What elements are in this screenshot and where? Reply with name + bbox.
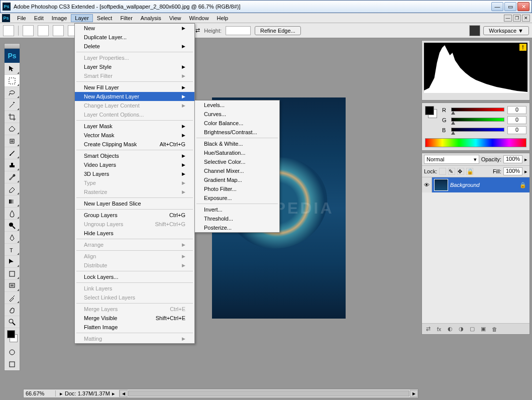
visibility-icon[interactable]: 👁: [422, 177, 432, 192]
menu-item-gradient-map[interactable]: Gradient Map...: [195, 175, 279, 184]
type-tool[interactable]: T: [5, 244, 20, 256]
delete-layer-icon[interactable]: 🗑: [490, 325, 498, 333]
menu-layer[interactable]: Layer: [71, 14, 93, 22]
stamp-tool[interactable]: [5, 159, 20, 171]
quick-mask-button[interactable]: [5, 346, 20, 358]
history-brush-tool[interactable]: [5, 171, 20, 183]
blend-mode-select[interactable]: Normal▾: [424, 155, 479, 164]
color-swatches[interactable]: [5, 328, 20, 346]
layer-row[interactable]: 👁 Background 🔒: [422, 177, 529, 192]
fg-swatch[interactable]: [425, 106, 434, 115]
menu-item-vector-mask[interactable]: Vector Mask▶: [75, 131, 194, 140]
swap-icon[interactable]: ⇄: [195, 27, 200, 34]
opacity-flyout[interactable]: ▸: [524, 156, 527, 163]
height-input[interactable]: [226, 26, 251, 35]
menu-item-lock-layers[interactable]: Lock Layers...: [75, 272, 194, 281]
menu-item-layer-style[interactable]: Layer Style▶: [75, 62, 194, 71]
channel-value[interactable]: 0: [507, 106, 526, 114]
channel-value[interactable]: 0: [507, 116, 526, 124]
menu-item-layer-mask[interactable]: Layer Mask▶: [75, 122, 194, 131]
menu-filter[interactable]: Filter: [116, 14, 136, 22]
layer-mask-icon[interactable]: ◐: [446, 325, 454, 333]
selection-add-icon[interactable]: [38, 25, 49, 36]
notes-tool[interactable]: [5, 280, 20, 292]
layer-style-icon[interactable]: fx: [435, 325, 443, 333]
pen-tool[interactable]: [5, 232, 20, 244]
menu-analysis[interactable]: Analysis: [137, 14, 165, 22]
menu-item-new-fill-layer[interactable]: New Fill Layer▶: [75, 83, 194, 92]
lock-transparency-icon[interactable]: [439, 168, 446, 175]
selection-new-icon[interactable]: [23, 25, 34, 36]
menu-item-threshold[interactable]: Threshold...: [195, 214, 279, 223]
menu-file[interactable]: File: [13, 14, 30, 22]
bridge-icon[interactable]: [469, 25, 480, 36]
menu-item-new-adjustment-layer[interactable]: New Adjustment Layer▶: [75, 92, 194, 101]
menu-select[interactable]: Select: [93, 14, 117, 22]
menu-image[interactable]: Image: [48, 14, 71, 22]
healing-tool[interactable]: [5, 135, 20, 147]
menu-item-black-white[interactable]: Black & White...: [195, 139, 279, 148]
lock-all-icon[interactable]: 🔒: [466, 168, 473, 175]
menu-item-curves[interactable]: Curves...: [195, 110, 279, 119]
gradient-tool[interactable]: [5, 195, 20, 208]
scroll-thumb[interactable]: [128, 390, 409, 396]
brush-tool[interactable]: [5, 147, 20, 159]
menu-item-3d-layers[interactable]: 3D Layers▶: [75, 169, 194, 178]
dodge-tool[interactable]: [5, 220, 20, 232]
lock-image-icon[interactable]: ✎: [448, 168, 455, 175]
channel-slider[interactable]: [451, 128, 504, 133]
scroll-left-button[interactable]: ◀: [120, 390, 128, 397]
menu-item-channel-mixer[interactable]: Channel Mixer...: [195, 166, 279, 175]
eyedropper-tool[interactable]: [5, 292, 20, 304]
channel-slider[interactable]: [451, 118, 504, 123]
opacity-input[interactable]: 100%: [503, 155, 522, 163]
menu-item-hide-layers[interactable]: Hide Layers: [75, 229, 194, 238]
menu-item-exposure[interactable]: Exposure...: [195, 193, 279, 203]
channel-value[interactable]: 0: [507, 126, 526, 134]
menu-window[interactable]: Window: [185, 14, 212, 22]
doc-restore-button[interactable]: ❐: [513, 15, 521, 22]
menu-item-selective-color[interactable]: Selective Color...: [195, 157, 279, 166]
adjustment-layer-icon[interactable]: ◑: [457, 325, 465, 333]
color-spectrum[interactable]: [425, 138, 526, 147]
menu-item-levels[interactable]: Levels...: [195, 101, 279, 110]
menu-item-smart-objects[interactable]: Smart Objects▶: [75, 151, 194, 160]
new-group-icon[interactable]: ▢: [468, 325, 476, 333]
hand-tool[interactable]: [5, 304, 20, 316]
menu-item-create-clipping-mask[interactable]: Create Clipping MaskAlt+Ctrl+G: [75, 140, 194, 149]
path-selection-tool[interactable]: [5, 256, 20, 268]
fill-input[interactable]: 100%: [503, 167, 522, 175]
channel-slider[interactable]: [451, 108, 504, 113]
selection-subtract-icon[interactable]: [53, 25, 64, 36]
layer-name[interactable]: Background: [450, 182, 519, 188]
menu-item-posterize[interactable]: Posterize...: [195, 223, 279, 232]
menu-item-photo-filter[interactable]: Photo Filter...: [195, 184, 279, 193]
menu-view[interactable]: View: [165, 14, 185, 22]
menu-item-new-layer-based-slice[interactable]: New Layer Based Slice: [75, 199, 194, 208]
zoom-tool[interactable]: [5, 316, 20, 328]
doc-close-button[interactable]: ✕: [522, 15, 530, 22]
foreground-color-swatch[interactable]: [7, 330, 15, 338]
menu-edit[interactable]: Edit: [30, 14, 48, 22]
doc-minimize-button[interactable]: —: [504, 15, 512, 22]
close-button[interactable]: ✕: [517, 2, 529, 11]
crop-tool[interactable]: [5, 111, 20, 123]
fill-flyout[interactable]: ▸: [524, 168, 527, 175]
wand-tool[interactable]: [5, 99, 20, 111]
menu-item-invert[interactable]: Invert...: [195, 205, 279, 214]
doc-info[interactable]: ▸Doc: 1.37M/1.37M▸: [56, 390, 119, 397]
eraser-tool[interactable]: [5, 183, 20, 195]
tool-preset-icon[interactable]: [3, 25, 14, 36]
slice-tool[interactable]: [5, 123, 20, 135]
warning-icon[interactable]: !: [519, 44, 526, 51]
menu-item-brightness-contrast[interactable]: Brightness/Contrast...: [195, 128, 279, 137]
layer-thumbnail[interactable]: [434, 179, 448, 191]
workspace-button[interactable]: Workspace ▼: [483, 26, 529, 35]
marquee-tool[interactable]: [5, 75, 20, 87]
horizontal-scrollbar[interactable]: ◀ ▶: [119, 390, 418, 397]
refine-edge-button[interactable]: Refine Edge...: [255, 26, 301, 35]
menu-item-duplicate-layer[interactable]: Duplicate Layer...: [75, 33, 194, 42]
toolbox-grip[interactable]: [5, 44, 20, 49]
menu-item-hue-saturation[interactable]: Hue/Saturation...: [195, 148, 279, 157]
menu-item-color-balance[interactable]: Color Balance...: [195, 119, 279, 128]
